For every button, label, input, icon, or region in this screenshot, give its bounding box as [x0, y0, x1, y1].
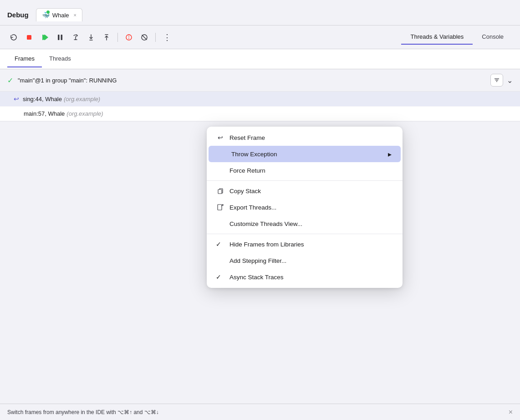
status-bar: Switch frames from anywhere in the IDE w…	[0, 404, 520, 420]
throw-exception-label: Throw Exception	[231, 151, 386, 158]
async-stack-check: ✓	[216, 273, 225, 281]
cursor-icon: ▸	[388, 150, 392, 159]
svg-rect-20	[218, 190, 222, 194]
customize-threads-item[interactable]: Customize Threads View...	[207, 215, 403, 232]
status-close-button[interactable]: ×	[509, 408, 513, 416]
pause-button[interactable]	[54, 31, 66, 44]
throw-exception-item[interactable]: Throw Exception ▸	[209, 146, 401, 162]
step-out-button[interactable]	[100, 31, 113, 44]
add-stepping-filter-item[interactable]: Add Stepping Filter...	[207, 252, 403, 269]
force-return-label: Force Return	[229, 167, 393, 174]
filter-button[interactable]	[490, 74, 503, 87]
thread-actions: ⌄	[490, 74, 513, 87]
tab-dot	[46, 10, 50, 14]
hide-frames-check: ✓	[216, 241, 225, 248]
frame-main-text: main:57, Whale	[24, 110, 65, 117]
add-stepping-label: Add Stepping Filter...	[229, 257, 393, 264]
svg-marker-4	[45, 35, 49, 40]
frame-sing[interactable]: ↩ sing:44, Whale (org.example)	[0, 92, 520, 107]
resume-button[interactable]	[38, 31, 51, 44]
tab-label: Whale	[52, 12, 69, 19]
toolbar-right: Threads & Variables Console	[401, 30, 513, 45]
sub-toolbar: Frames Threads	[0, 49, 520, 69]
async-stack-item[interactable]: ✓ Async Stack Traces	[207, 269, 403, 285]
svg-line-16	[142, 35, 147, 40]
frame-sing-package: (org.example)	[64, 96, 100, 102]
async-stack-label: Async Stack Traces	[229, 274, 393, 281]
debug-title: Debug	[7, 11, 29, 19]
copy-stack-label: Copy Stack	[229, 188, 393, 195]
title-bar: Debug 🐳 Whale ×	[0, 0, 520, 26]
frames-list: ↩ sing:44, Whale (org.example) main:57, …	[0, 92, 520, 122]
svg-rect-0	[27, 35, 31, 40]
reset-frame-item[interactable]: ↩ Reset Frame	[207, 129, 403, 146]
svg-rect-5	[58, 35, 60, 40]
toolbar-separator-2	[155, 33, 156, 42]
thread-row[interactable]: ✓ "main"@1 in group "main": RUNNING ⌄	[0, 69, 520, 92]
run-to-cursor-button[interactable]	[122, 31, 135, 44]
step-over-button[interactable]	[69, 31, 82, 44]
svg-rect-6	[61, 35, 63, 40]
tab-close-button[interactable]: ×	[74, 12, 76, 18]
thread-label: "main"@1 in group "main": RUNNING	[18, 77, 490, 84]
more-button[interactable]: ⋮	[160, 31, 173, 44]
toolbar-separator	[117, 33, 118, 42]
force-return-item[interactable]: Force Return	[207, 162, 403, 179]
frame-main[interactable]: main:57, Whale (org.example)	[0, 107, 520, 121]
stop-button[interactable]	[23, 31, 36, 44]
hide-frames-label: Hide Frames from Libraries	[229, 241, 393, 248]
rerun-button[interactable]	[7, 31, 20, 44]
menu-separator-1	[207, 180, 403, 181]
toolbar: ⋮ Threads & Variables Console	[0, 26, 520, 49]
menu-separator-2	[207, 234, 403, 234]
thread-status-icon: ✓	[7, 76, 13, 85]
customize-threads-label: Customize Threads View...	[229, 220, 393, 227]
toolbar-left: ⋮	[7, 31, 401, 44]
mute-button[interactable]	[138, 31, 151, 44]
reset-frame-label: Reset Frame	[229, 134, 393, 141]
whale-tab[interactable]: 🐳 Whale ×	[36, 8, 82, 21]
frame-return-icon: ↩	[14, 95, 19, 102]
export-threads-item[interactable]: Export Threads...	[207, 199, 403, 215]
step-into-button[interactable]	[85, 31, 97, 44]
context-menu: ↩ Reset Frame Throw Exception ▸ Force Re…	[207, 127, 403, 288]
svg-rect-2	[42, 35, 44, 40]
export-threads-icon	[216, 204, 225, 210]
frame-sing-text: sing:44, Whale	[23, 96, 62, 102]
threads-tab[interactable]: Threads	[42, 51, 78, 67]
console-tab[interactable]: Console	[473, 30, 513, 45]
copy-stack-icon	[216, 188, 225, 194]
hide-frames-item[interactable]: ✓ Hide Frames from Libraries	[207, 236, 403, 252]
frame-main-package: (org.example)	[66, 110, 103, 117]
export-threads-label: Export Threads...	[229, 204, 393, 211]
reset-frame-icon: ↩	[216, 134, 225, 141]
copy-stack-item[interactable]: Copy Stack	[207, 183, 403, 199]
svg-rect-21	[218, 205, 222, 210]
threads-variables-tab[interactable]: Threads & Variables	[401, 30, 473, 45]
status-text: Switch frames from anywhere in the IDE w…	[7, 409, 159, 415]
chevron-down-icon[interactable]: ⌄	[507, 76, 513, 85]
frames-tab[interactable]: Frames	[7, 51, 42, 67]
